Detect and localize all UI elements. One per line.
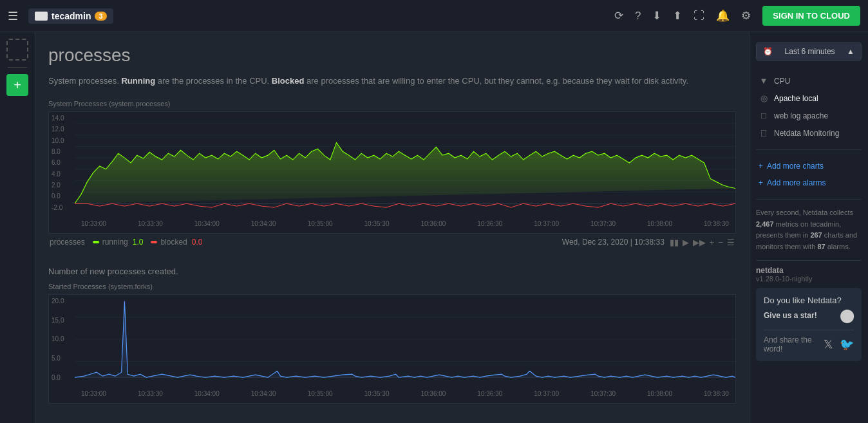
desc-text-between: are the processes in the CPU. — [155, 76, 272, 86]
star-box: Do you like Netdata? Give us a star! ⬤ A… — [756, 288, 862, 361]
add-section: + Add more charts + Add more alarms — [750, 155, 868, 194]
upload-icon[interactable]: ⬆ — [673, 9, 682, 23]
page-title: processes — [48, 45, 736, 66]
chart1-forward-btn[interactable]: ▶▶ — [693, 238, 706, 247]
legend-running-val: 1.0 — [133, 238, 144, 247]
sidebar-add-button[interactable]: + — [6, 74, 28, 96]
chart1-footer-name: processes — [50, 238, 85, 247]
sidebar-home-icon[interactable] — [6, 39, 28, 61]
netdata-name: netdata — [756, 266, 862, 275]
netdata-info: netdata v1.28.0-10-nightly — [756, 266, 862, 283]
right-divider3 — [756, 260, 862, 261]
info-text: Every second, Netdata collects — [756, 209, 853, 216]
main-layout: + processes System processes. Running ar… — [0, 32, 868, 423]
bell-icon[interactable]: 🔔 — [716, 9, 730, 23]
twitter-icon[interactable]: 𝕏 — [824, 337, 833, 352]
add-alarms-label: Add more alarms — [767, 178, 826, 187]
time-selector-button[interactable]: ⏰ Last 6 minutes ▲ — [756, 42, 862, 61]
github-icon[interactable]: ⬤ — [840, 308, 854, 323]
chart2-block: Number of new processes created. Started… — [48, 267, 736, 404]
chart1-play-btn[interactable]: ▶ — [683, 238, 689, 247]
desc-text-before: System processes. — [48, 76, 121, 86]
chart1-timestamp: Wed, Dec 23, 2020 | 10:38:33 — [562, 238, 665, 247]
brand-badge[interactable]: tecadmin 3 — [28, 8, 113, 24]
chart1-title: System Processes (system.processes) — [48, 100, 736, 108]
share-row: And share the word! 𝕏 🐦 — [764, 330, 854, 353]
right-divider1 — [756, 149, 862, 150]
menu-item-cpu-label: CPU — [774, 77, 790, 86]
share-label: And share the word! — [764, 335, 817, 353]
chart1-controls: ▮▮ ▶ ▶▶ + − ☰ — [670, 238, 735, 247]
metrics-count: 2,467 — [756, 220, 774, 228]
content-area: processes System processes. Running are … — [35, 32, 749, 423]
refresh-icon[interactable]: ⟳ — [614, 9, 623, 23]
left-sidebar: + — [0, 32, 35, 423]
menu-item-weblog-label: web log apache — [774, 111, 828, 120]
desc-running: Running — [121, 76, 155, 86]
legend-blocked: blocked 0.0 — [151, 238, 202, 247]
add-alarms-icon: + — [759, 178, 763, 187]
time-selector-label: Last 6 minutes — [785, 47, 835, 56]
desc-text-after: are processes that are willing to enter … — [304, 76, 688, 86]
star-cta-row: Give us a star! ⬤ — [764, 308, 854, 323]
charts-count: 267 — [810, 231, 822, 239]
chart1-x-axis: 10:33:00 10:33:30 10:34:00 10:34:30 10:3… — [75, 215, 735, 233]
chart1-plus-btn[interactable]: + — [710, 238, 715, 247]
star-cta-label: Give us a star! — [764, 311, 817, 320]
legend-blocked-label: blocked — [160, 238, 187, 247]
brand-name: tecadmin — [52, 11, 91, 21]
chart1-menu-btn[interactable]: ☰ — [727, 238, 735, 247]
chart2-y-axis: 20.0 15.0 10.0 5.0 0.0 — [49, 295, 75, 384]
add-charts-label: Add more charts — [767, 162, 824, 171]
nav-icons: ⟳ ? ⬇ ⬆ ⛶ 🔔 ⚙ SIGN IN TO CLOUD — [614, 6, 860, 26]
legend-running-dot — [93, 241, 99, 243]
menu-item-weblog[interactable]: □ web log apache — [750, 107, 868, 124]
sign-in-button[interactable]: SIGN IN TO CLOUD — [762, 6, 860, 26]
info-tail: alarms. — [826, 243, 851, 250]
star-question: Do you like Netdata? — [764, 296, 854, 305]
expand-icon[interactable]: ⛶ — [693, 10, 704, 23]
right-divider2 — [756, 199, 862, 200]
chart1-minus-btn[interactable]: − — [718, 238, 723, 247]
right-menu: ▼ CPU ◎ Apache local □ web log apache ⎕ … — [750, 70, 868, 144]
chart2-desc: Number of new processes created. — [48, 267, 736, 276]
hamburger-icon[interactable]: ☰ — [8, 9, 18, 23]
chart1-footer: processes running 1.0 blocked 0.0 Wed, D… — [48, 238, 736, 247]
brand-count: 3 — [95, 12, 106, 21]
legend-running: running 1.0 — [93, 238, 144, 247]
chart2-area[interactable]: 20.0 15.0 10.0 5.0 0.0 — [48, 294, 736, 404]
file-icon: □ — [759, 111, 769, 120]
add-alarms-button[interactable]: + Add more alarms — [750, 174, 868, 191]
chart1-rewind-btn[interactable]: ▮▮ — [670, 238, 679, 247]
facebook-icon[interactable]: 🐦 — [840, 337, 854, 352]
netdata-version: v1.28.0-10-nightly — [756, 275, 862, 283]
chart1-area[interactable]: 14.0 12.0 10.0 8.0 6.0 4.0 2.0 0.0 -2.0 — [48, 111, 736, 234]
alarms-count: 87 — [817, 243, 825, 250]
info-box: Every second, Netdata collects 2,467 met… — [756, 207, 862, 252]
menu-item-netdata[interactable]: ⎕ Netdata Monitoring — [750, 124, 868, 142]
time-selector[interactable]: ⏰ Last 6 minutes ▲ — [756, 42, 862, 61]
menu-item-netdata-label: Netdata Monitoring — [774, 129, 839, 138]
legend-blocked-dot — [151, 241, 157, 243]
download-icon[interactable]: ⬇ — [652, 9, 661, 23]
chart2-x-axis: 10:33:00 10:33:30 10:34:00 10:34:30 10:3… — [75, 385, 735, 403]
eye-icon: ◎ — [759, 93, 769, 103]
chart1-svg-container — [75, 112, 735, 214]
legend-running-label: running — [102, 238, 128, 247]
menu-item-apache[interactable]: ◎ Apache local — [750, 89, 868, 107]
menu-item-apache-label: Apache local — [774, 94, 818, 103]
page-description: System processes. Running are the proces… — [48, 75, 724, 88]
chart1-y-axis: 14.0 12.0 10.0 8.0 6.0 4.0 2.0 0.0 -2.0 — [49, 112, 75, 214]
menu-item-cpu[interactable]: ▼ CPU — [750, 72, 868, 89]
add-charts-button[interactable]: + Add more charts — [750, 158, 868, 174]
add-charts-icon: + — [759, 162, 763, 171]
desc-blocked: Blocked — [272, 76, 305, 86]
chart-icon: ⎕ — [759, 128, 769, 138]
settings-icon[interactable]: ⚙ — [741, 9, 751, 23]
chart2-title: Started Processes (system.forks) — [48, 283, 736, 290]
time-selector-chevron: ▲ — [847, 47, 854, 56]
help-icon[interactable]: ? — [635, 10, 641, 23]
chart2-svg-container — [75, 295, 735, 384]
chart2-svg — [75, 295, 735, 384]
chart1-footer-right: Wed, Dec 23, 2020 | 10:38:33 ▮▮ ▶ ▶▶ + −… — [562, 238, 735, 247]
